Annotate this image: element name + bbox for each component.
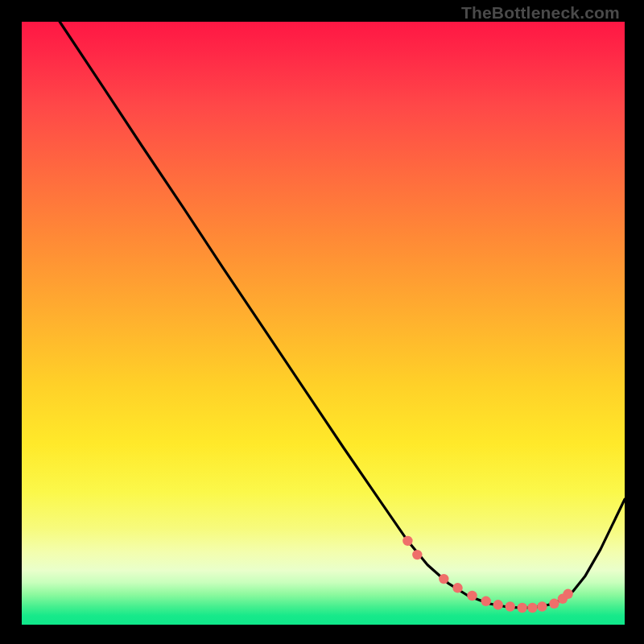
highlight-dot — [467, 591, 477, 601]
highlight-dot — [518, 603, 527, 613]
highlight-dot — [537, 601, 547, 611]
watermark-text: TheBottleneck.com — [461, 3, 620, 23]
highlight-dot — [493, 600, 503, 609]
highlight-dot — [439, 574, 448, 584]
highlight-dot — [402, 536, 412, 546]
highlight-dot — [506, 601, 515, 611]
highlight-dots — [402, 536, 573, 613]
highlight-dot — [527, 603, 537, 613]
plot-area — [22, 22, 625, 625]
chart-frame: TheBottleneck.com — [0, 0, 644, 644]
highlight-dot — [481, 597, 491, 606]
bottleneck-curve — [60, 22, 625, 608]
highlight-dot — [452, 583, 462, 592]
highlight-dot — [563, 589, 572, 599]
highlight-dot — [412, 550, 422, 559]
chart-svg — [22, 22, 625, 625]
highlight-dot — [549, 599, 559, 609]
